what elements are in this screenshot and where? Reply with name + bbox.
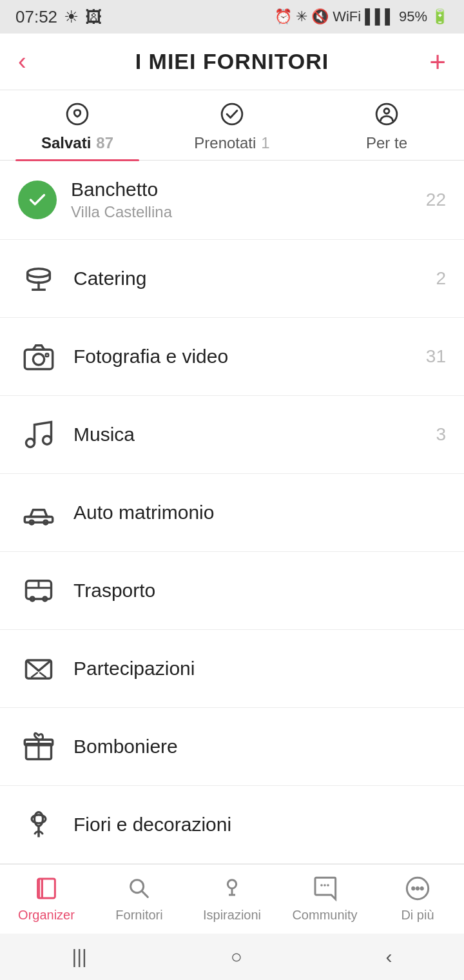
nav-item-dipiu[interactable]: Di più <box>371 876 464 923</box>
status-bar: 07:52 ☀ 🖼 ⏰ ✳ 🔇 WiFi ▌▌▌ 95% 🔋 <box>0 0 464 34</box>
status-mute-icon: 🔇 <box>311 8 329 25</box>
list-item-catering[interactable]: Catering 2 <box>0 240 464 318</box>
add-button[interactable]: + <box>418 46 446 78</box>
nav-item-organizer[interactable]: Organizer <box>0 876 93 923</box>
list-item-partecipazioni[interactable]: Partecipazioni <box>0 630 464 708</box>
tab-icon-salvati <box>65 102 90 130</box>
list-item-fotografia[interactable]: Fotografia e video 31 <box>0 318 464 396</box>
list-content-fiori: Fiori e decorazioni <box>73 814 446 836</box>
android-home-button[interactable]: ○ <box>231 946 242 968</box>
nav-icon-organizer <box>34 876 59 905</box>
list-count-banchetto: 22 <box>426 190 446 210</box>
tab-count-prenotati: 1 <box>261 134 269 152</box>
status-weather-icon: ☀ <box>64 7 79 27</box>
svg-point-0 <box>67 104 88 124</box>
nav-item-community[interactable]: Community <box>278 876 371 923</box>
list-title-bomboniere: Bomboniere <box>73 736 446 758</box>
list-item-fiori[interactable]: Fiori e decorazioni <box>0 786 464 864</box>
list-content-fotografia: Fotografia e video <box>73 346 416 368</box>
list-icon-trasporto <box>18 570 59 611</box>
category-list: Banchetto Villa Castellina 22 Catering 2… <box>0 161 464 980</box>
list-count-fotografia: 31 <box>426 346 446 367</box>
status-battery-icon: 🔋 <box>431 8 449 25</box>
nav-icon-dipiu <box>405 876 430 905</box>
list-title-partecipazioni: Partecipazioni <box>73 658 446 680</box>
list-icon-catering <box>18 258 59 299</box>
nav-label-dipiu: Di più <box>401 908 434 923</box>
list-item-musica[interactable]: Musica 3 <box>0 396 464 474</box>
nav-label-community: Community <box>292 908 357 923</box>
svg-point-45 <box>416 887 418 889</box>
status-battery: 95% <box>399 8 427 25</box>
status-time: 07:52 <box>15 7 57 27</box>
nav-icon-ispirazioni <box>219 876 245 905</box>
list-title-catering: Catering <box>73 268 425 289</box>
tab-label-perte: Per te <box>366 134 407 152</box>
tab-label-salvati: Salvati87 <box>41 134 113 152</box>
svg-point-4 <box>28 269 50 277</box>
status-wifi-icon: WiFi <box>333 8 361 25</box>
status-signal-icon: ▌▌▌ <box>365 8 395 25</box>
list-content-bomboniere: Bomboniere <box>73 736 446 758</box>
list-icon-auto <box>18 492 59 533</box>
list-item-bomboniere[interactable]: Bomboniere <box>0 708 464 786</box>
svg-point-10 <box>26 439 35 447</box>
tab-salvati[interactable]: Salvati87 <box>0 90 155 160</box>
nav-label-fornitori: Fornitori <box>115 908 162 923</box>
list-title-trasporto: Trasporto <box>73 580 446 602</box>
nav-label-organizer: Organizer <box>18 908 75 923</box>
list-content-banchetto: Banchetto Villa Castellina <box>71 179 416 221</box>
list-icon-banchetto <box>18 181 57 219</box>
android-menu-button[interactable]: ||| <box>72 946 86 968</box>
header: ‹ I MIEI FORNITORI + <box>0 34 464 90</box>
list-count-musica: 3 <box>436 424 446 445</box>
list-title-banchetto: Banchetto <box>71 179 416 201</box>
nav-label-ispirazioni: Ispirazioni <box>203 908 261 923</box>
list-content-trasporto: Trasporto <box>73 580 446 602</box>
android-back-button[interactable]: ‹ <box>386 946 392 968</box>
list-subtitle-banchetto: Villa Castellina <box>71 203 416 221</box>
tab-label-prenotati: Prenotati1 <box>194 134 269 152</box>
list-content-catering: Catering <box>73 268 425 289</box>
list-item-auto[interactable]: Auto matrimonio <box>0 474 464 552</box>
tab-icon-prenotati <box>220 102 244 130</box>
nav-icon-community <box>312 876 338 905</box>
list-icon-fotografia <box>18 336 59 377</box>
list-count-catering: 2 <box>436 268 446 289</box>
bottom-nav: Organizer Fornitori Ispirazioni Communit… <box>0 864 464 934</box>
android-nav: ||| ○ ‹ <box>0 934 464 980</box>
svg-rect-9 <box>46 354 48 357</box>
tab-icon-perte <box>374 102 399 130</box>
list-title-fiori: Fiori e decorazioni <box>73 814 446 836</box>
svg-point-46 <box>421 887 423 889</box>
list-title-fotografia: Fotografia e video <box>73 346 416 368</box>
svg-point-1 <box>222 104 242 124</box>
tab-prenotati[interactable]: Prenotati1 <box>155 90 309 160</box>
page-title: I MIEI FORNITORI <box>46 49 418 74</box>
svg-rect-7 <box>24 349 52 369</box>
list-title-auto: Auto matrimonio <box>73 502 446 524</box>
list-icon-bomboniere <box>18 726 59 767</box>
status-alarm-icon: ⏰ <box>275 8 292 25</box>
list-content-musica: Musica <box>73 424 425 446</box>
svg-point-44 <box>412 887 414 889</box>
svg-line-39 <box>142 891 148 897</box>
list-icon-musica <box>18 414 59 455</box>
nav-item-fornitori[interactable]: Fornitori <box>93 876 186 923</box>
svg-rect-37 <box>39 879 42 898</box>
svg-point-3 <box>384 108 389 113</box>
list-item-banchetto[interactable]: Banchetto Villa Castellina 22 <box>0 161 464 240</box>
list-content-partecipazioni: Partecipazioni <box>73 658 446 680</box>
list-item-trasporto[interactable]: Trasporto <box>0 552 464 630</box>
list-title-musica: Musica <box>73 424 425 446</box>
list-content-auto: Auto matrimonio <box>73 502 446 524</box>
status-bluetooth-icon: ✳ <box>296 8 307 25</box>
list-icon-fiori <box>18 804 59 845</box>
back-button[interactable]: ‹ <box>18 48 46 75</box>
svg-point-8 <box>33 354 44 365</box>
nav-item-ispirazioni[interactable]: Ispirazioni <box>186 876 278 923</box>
nav-icon-fornitori <box>126 876 152 905</box>
status-image-icon: 🖼 <box>85 7 102 27</box>
svg-point-11 <box>43 436 52 444</box>
tab-perte[interactable]: Per te <box>309 90 464 160</box>
